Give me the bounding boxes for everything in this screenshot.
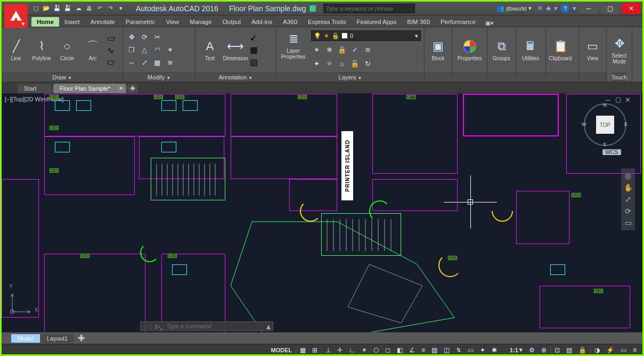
isolate-objects-icon[interactable]: ◑ [592,346,602,354]
layer-isolate-icon[interactable]: ✦ [311,58,322,69]
close-button[interactable]: ✕ [622,3,640,14]
chevron-down-icon[interactable]: ▾ [573,4,576,12]
rotate-icon[interactable]: ⟳ [139,32,150,43]
annotation-monitor-icon[interactable]: ⊕ [539,346,549,354]
panel-draw-title[interactable]: Draw▼ [2,72,123,82]
hatch-icon[interactable]: ▨ [250,57,258,67]
isometric-icon[interactable]: ⬡ [371,346,381,354]
array-icon[interactable]: ▦ [152,58,162,68]
rectangle-icon[interactable]: ▭ [107,33,115,43]
polar-tracking-icon[interactable]: ✴ [359,346,370,354]
panel-modify-title[interactable]: Modify▼ [123,72,195,82]
layer-match-icon[interactable]: ≋ [362,44,373,55]
fillet-icon[interactable]: ◠ [152,45,162,55]
layout-tab-layout1[interactable]: Layout1 [40,334,74,343]
layer-off-icon[interactable]: ✶ [311,44,322,55]
ellipse-icon[interactable]: ⬭ [107,58,115,67]
annotation-scale[interactable]: 1:1▾ [507,346,525,353]
selection-cycling-icon[interactable]: ◫ [441,346,452,354]
spline-icon[interactable]: ∿ [107,45,115,55]
tab-addins[interactable]: Add-ins [246,17,278,27]
utilities-button[interactable]: 🖩Utilities [519,38,542,62]
dynamic-ucs-icon[interactable]: ↯ [453,346,464,354]
model-space-toggle[interactable]: MODEL [268,347,295,353]
annotation-visibility-icon[interactable]: ✱ [489,346,500,354]
scale-icon[interactable]: ⤢ [139,58,150,68]
move-icon[interactable]: ✥ [126,32,137,43]
copy-icon[interactable]: ❐ [126,45,137,55]
tab-performance[interactable]: Performance [435,17,481,27]
select-mode-button[interactable]: ✥Select Mode [608,35,631,64]
table-icon[interactable]: ▦ [250,45,258,55]
layout-tab-add[interactable]: ✚ [75,332,88,344]
steering-wheel-icon[interactable]: ◎ [625,172,631,180]
units-icon[interactable]: ⊡ [552,346,563,354]
otrack-icon[interactable]: ∠ [406,346,418,354]
layer-make-current-icon[interactable]: ✓ [349,44,360,55]
showmotion-icon[interactable]: ▭ [625,219,632,227]
viewcube-s[interactable]: S [603,142,606,147]
view-button[interactable]: ▭View [582,38,603,62]
workspace-switch-icon[interactable]: ⚙ [526,346,537,354]
saveas-icon[interactable]: 💾 [63,4,72,13]
stretch-icon[interactable]: ↔ [126,58,137,68]
trim-icon[interactable]: ✂ [152,32,162,43]
block-button[interactable]: ▣Block [428,38,449,62]
properties-button[interactable]: Properties [455,38,484,62]
mirror-icon[interactable]: △ [139,45,150,55]
explode-icon[interactable]: ✶ [165,45,175,55]
text-button[interactable]: AText [199,38,221,62]
clean-screen-icon[interactable]: ▭ [618,346,629,354]
osnap-icon[interactable]: ◻ [382,346,393,354]
close-icon[interactable]: ✕ [119,85,123,91]
panel-annotation-title[interactable]: Annotation▼ [195,72,276,82]
line-button[interactable]: ╱Line [5,38,27,62]
tab-annotate[interactable]: Annotate [85,17,120,27]
groups-button[interactable]: ⧉Groups [491,38,512,62]
3d-osnap-icon[interactable]: ◧ [394,346,405,354]
tab-express-tools[interactable]: Express Tools [303,17,351,27]
command-line[interactable]: ⋮⋮ ▷_ ▴ [140,321,273,331]
qat-dropdown-icon[interactable]: ▾ [117,4,125,13]
grid-display-icon[interactable]: ▦ [297,346,308,354]
ribbon-focus-icon[interactable]: ▣▾ [485,20,494,27]
pan-icon[interactable]: ✋ [624,183,633,192]
layer-dropdown[interactable]: 💡 ☀ 🔓 0 ▾ [311,30,421,41]
layer-thaw-icon[interactable]: ☼ [337,58,347,69]
sign-in-button[interactable]: 👥 jtbworld ▾ [494,5,534,12]
selection-filter-icon[interactable]: ▭ [465,346,476,354]
viewport-maximize-icon[interactable]: ▢ [615,96,621,103]
chevron-down-icon[interactable]: ▾ [554,4,558,12]
command-input[interactable] [166,323,266,329]
zoom-extents-icon[interactable]: ⤢ [625,195,631,204]
tab-parametric[interactable]: Parametric [120,17,161,27]
layer-freeze-icon[interactable]: ❄ [324,44,335,55]
cmdline-handle-icon[interactable]: ⋮⋮ [143,323,153,329]
viewcube-n[interactable]: N [603,102,607,108]
gizmo-icon[interactable]: ✦ [477,346,488,354]
drawing-viewport[interactable]: [−][Top][2D Wireframe] [2,94,642,332]
tab-insert[interactable]: Insert [59,17,85,27]
minimize-button[interactable]: ─ [580,3,598,14]
app-menu-button[interactable]: ▼ [4,4,28,28]
layer-properties-button[interactable]: ≣ Layer Properties [280,30,307,60]
a360-icon[interactable]: ♣ [546,4,551,12]
save-icon[interactable]: 💾 [53,4,61,13]
exchange-icon[interactable]: ✕ [537,4,543,12]
leader-icon[interactable]: ↙ [250,33,258,43]
transparency-icon[interactable]: ▨ [429,346,440,354]
tab-view[interactable]: View [160,17,184,27]
lock-ui-icon[interactable]: 🔒 [576,346,589,354]
erase-icon[interactable] [165,32,175,43]
undo-icon[interactable]: ↶ [95,4,104,13]
plot-icon[interactable]: 🖶 [85,4,93,13]
tab-a360[interactable]: A360 [278,17,303,27]
filetab-start[interactable]: Start [18,84,52,93]
snap-mode-icon[interactable]: ⊞ [309,346,320,354]
quick-properties-icon[interactable]: ▤ [564,346,575,354]
orbit-icon[interactable]: ⟳ [625,207,631,215]
new-icon[interactable]: ▢ [31,4,40,13]
dynamic-input-icon[interactable]: ✛ [335,346,345,354]
layer-change-icon[interactable]: ↻ [362,58,373,69]
cmdline-menu-icon[interactable]: ▴ [266,321,271,331]
